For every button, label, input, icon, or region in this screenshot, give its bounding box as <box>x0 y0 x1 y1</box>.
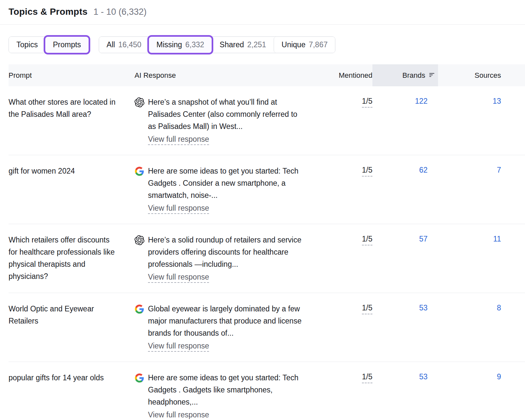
ai-response-body: Global eyewear is largely dominated by a… <box>148 303 302 352</box>
ai-response-text: Here’s a solid roundup of retailers and … <box>148 236 302 268</box>
table-row: popular gifts for 14 year olds Here are … <box>9 362 525 420</box>
google-icon <box>135 304 144 314</box>
filter-tab-all[interactable]: All 16,450 <box>99 37 149 53</box>
ai-response-cell: Here’s a snapshot of what you’ll find at… <box>135 96 318 145</box>
mentioned-cell: 1/5 <box>318 303 372 314</box>
prompt-cell: Which retailers offer discounts for heal… <box>9 234 135 283</box>
page-range: 1 - 10 (6,332) <box>94 7 147 17</box>
column-header-prompt: Prompt <box>9 64 135 86</box>
view-full-response-link[interactable]: View full response <box>148 135 209 145</box>
prompt-cell: What other stores are located in the Pal… <box>9 96 135 120</box>
sources-cell: 7 <box>438 165 501 175</box>
openai-icon <box>135 235 144 245</box>
filter-label: All <box>107 40 115 49</box>
view-full-response-link[interactable]: View full response <box>148 410 209 420</box>
mentioned-cell: 1/5 <box>318 96 372 108</box>
toggle-prompts[interactable]: Prompts <box>45 37 89 53</box>
brands-count[interactable]: 53 <box>419 304 428 312</box>
topics-prompts-toggle: Topics Prompts <box>9 36 89 53</box>
ai-response-text: Global eyewear is largely dominated by a… <box>148 304 302 337</box>
view-full-response-link[interactable]: View full response <box>148 273 209 283</box>
filter-tab-missing[interactable]: Missing 6,332 <box>149 37 212 53</box>
filter-label: Missing <box>157 40 182 49</box>
sources-count[interactable]: 11 <box>493 235 501 243</box>
sources-cell: 8 <box>438 303 501 313</box>
sources-count[interactable]: 9 <box>497 372 501 381</box>
column-header-brands[interactable]: Brands <box>372 64 438 86</box>
table-body: What other stores are located in the Pal… <box>9 86 525 420</box>
mentioned-cell: 1/5 <box>318 372 372 383</box>
table-row: Which retailers offer discounts for heal… <box>9 224 525 293</box>
ai-response-body: Here’s a snapshot of what you’ll find at… <box>148 96 302 145</box>
toggle-prompts-label: Prompts <box>53 40 81 49</box>
ai-response-cell: Here’s a solid roundup of retailers and … <box>135 234 318 283</box>
column-header-sources: Sources <box>438 64 501 86</box>
openai-icon <box>135 97 144 107</box>
google-icon <box>135 373 144 383</box>
brands-cell: 57 <box>372 234 438 244</box>
ai-response-body: Here are some ideas to get you started: … <box>148 372 302 420</box>
view-full-response-link[interactable]: View full response <box>148 342 209 352</box>
mentioned-cell: 1/5 <box>318 165 372 177</box>
ai-response-body: Here are some ideas to get you started: … <box>148 165 302 214</box>
column-header-mentioned: Mentioned <box>318 64 372 86</box>
prompts-table: Prompt AI Response Mentioned Brands Sour… <box>0 64 525 420</box>
column-header-brands-label: Brands <box>402 71 425 80</box>
toggle-topics[interactable]: Topics <box>9 37 45 53</box>
mentioned-value[interactable]: 1/5 <box>362 165 372 177</box>
sources-cell: 9 <box>438 372 501 382</box>
filter-count: 16,450 <box>118 40 141 49</box>
sources-count[interactable]: 7 <box>497 166 501 174</box>
sources-cell: 11 <box>438 234 501 244</box>
filter-count: 2,251 <box>247 40 266 49</box>
page-header: Topics & Prompts 1 - 10 (6,332) <box>0 0 525 25</box>
brands-cell: 62 <box>372 165 438 175</box>
sources-count[interactable]: 8 <box>497 304 501 312</box>
google-icon <box>135 166 144 176</box>
sources-count[interactable]: 13 <box>493 97 501 105</box>
filter-count: 7,867 <box>309 40 328 49</box>
sort-descending-icon[interactable] <box>428 71 435 78</box>
filter-tab-unique[interactable]: Unique 7,867 <box>274 37 335 53</box>
filter-label: Unique <box>282 40 305 49</box>
view-full-response-link[interactable]: View full response <box>148 204 209 214</box>
table-row: World Optic and Eyewear Retailers Global… <box>9 293 525 362</box>
sources-cell: 13 <box>438 96 501 106</box>
brands-count[interactable]: 62 <box>419 166 428 174</box>
filter-count: 6,332 <box>185 40 204 49</box>
prompt-cell: World Optic and Eyewear Retailers <box>9 303 135 327</box>
ai-response-text: Here’s a snapshot of what you’ll find at… <box>148 98 297 131</box>
table-row: What other stores are located in the Pal… <box>9 86 525 155</box>
brands-count[interactable]: 53 <box>419 372 428 381</box>
filter-tab-shared[interactable]: Shared 2,251 <box>212 37 274 53</box>
prompt-filter-tabs: All 16,450 Missing 6,332 Shared 2,251 Un… <box>99 36 336 53</box>
mentioned-value[interactable]: 1/5 <box>362 372 372 383</box>
toggle-topics-label: Topics <box>16 40 38 49</box>
ai-response-cell: Here are some ideas to get you started: … <box>135 165 318 214</box>
table-header: Prompt AI Response Mentioned Brands Sour… <box>9 64 525 86</box>
page-title: Topics & Prompts <box>9 7 88 17</box>
ai-response-cell: Here are some ideas to get you started: … <box>135 372 318 420</box>
filter-row: Topics Prompts All 16,450 Missing 6,332 … <box>9 36 516 53</box>
ai-response-cell: Global eyewear is largely dominated by a… <box>135 303 318 352</box>
table-row: gift for women 2024 Here are some ideas … <box>9 155 525 224</box>
brands-cell: 122 <box>372 96 438 106</box>
mentioned-value[interactable]: 1/5 <box>362 303 372 314</box>
filter-label: Shared <box>220 40 244 49</box>
brands-cell: 53 <box>372 303 438 313</box>
mentioned-value[interactable]: 1/5 <box>362 96 372 108</box>
column-header-ai-response: AI Response <box>135 64 318 86</box>
mentioned-cell: 1/5 <box>318 234 372 245</box>
brands-count[interactable]: 122 <box>415 97 428 105</box>
brands-count[interactable]: 57 <box>419 235 428 243</box>
prompt-cell: gift for women 2024 <box>9 165 135 177</box>
ai-response-text: Here are some ideas to get you started: … <box>148 373 299 406</box>
ai-response-text: Here are some ideas to get you started: … <box>148 167 299 200</box>
mentioned-value[interactable]: 1/5 <box>362 234 372 245</box>
brands-cell: 53 <box>372 372 438 382</box>
prompt-cell: popular gifts for 14 year olds <box>9 372 135 384</box>
ai-response-body: Here’s a solid roundup of retailers and … <box>148 234 302 283</box>
